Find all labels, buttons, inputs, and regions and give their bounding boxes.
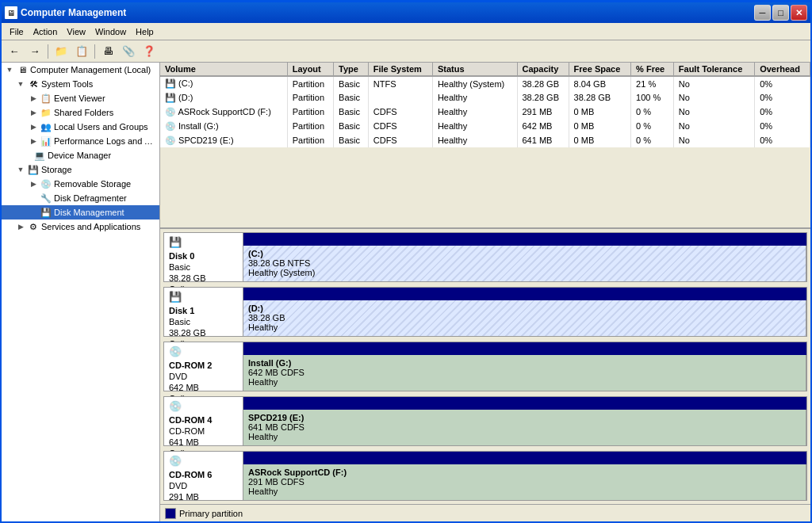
col-pctfree[interactable]: % Free: [631, 63, 674, 76]
device-manager-icon: 💻: [33, 149, 46, 162]
expand-icon-perf-logs: ▶: [27, 135, 40, 147]
partition-name: (C:): [248, 249, 801, 258]
legend-primary-color: [165, 508, 176, 519]
cell-pctfree: 0 %: [631, 133, 674, 147]
table-row[interactable]: 💿 Install (G:) Partition Basic CDFS Heal…: [160, 119, 810, 133]
menu-action[interactable]: Action: [29, 25, 63, 38]
col-type[interactable]: Type: [334, 63, 369, 76]
partition-area: (C:) 38.28 GB NTFS Healthy (System): [243, 246, 806, 281]
sidebar-item-disk-management[interactable]: 💾 Disk Management: [2, 205, 159, 220]
col-overhead[interactable]: Overhead: [755, 63, 810, 76]
sidebar-item-root[interactable]: ▼ 🖥 Computer Management (Local): [2, 63, 159, 77]
sidebar-item-device-manager[interactable]: 💻 Device Manager: [2, 148, 159, 162]
col-status[interactable]: Status: [432, 63, 517, 76]
disk-size: 38.28 GB: [169, 328, 238, 338]
cell-status: Healthy (System): [432, 76, 517, 90]
disk-entry[interactable]: 💿 CD-ROM 2 DVD 642 MB Online Install (G:…: [163, 342, 807, 391]
removable-storage-label: Removable Storage: [54, 179, 131, 189]
menu-window[interactable]: Window: [90, 25, 131, 38]
sidebar-item-system-tools[interactable]: ▼ 🛠 System Tools: [2, 77, 159, 91]
up-button[interactable]: 📁: [52, 43, 71, 60]
col-capacity[interactable]: Capacity: [517, 63, 569, 76]
disk-view: 💾 Disk 0 Basic 38.28 GB Online (C:) 38.2…: [160, 229, 810, 504]
cell-status: Healthy: [432, 105, 517, 119]
sidebar-item-local-users[interactable]: ▶ 👥 Local Users and Groups: [2, 120, 159, 134]
cell-fault: No: [673, 90, 754, 105]
disk-size: 641 MB: [169, 437, 238, 447]
col-filesystem[interactable]: File System: [368, 63, 432, 76]
cell-layout: Partition: [287, 76, 333, 90]
expand-icon-event-viewer: ▶: [27, 92, 40, 105]
export-button[interactable]: 🖶: [98, 43, 117, 60]
col-freespace[interactable]: Free Space: [569, 63, 630, 76]
partition-block[interactable]: (C:) 38.28 GB NTFS Healthy (System): [243, 246, 806, 281]
toolbar-separator-2: [94, 44, 95, 59]
cell-capacity: 291 MB: [517, 105, 569, 119]
expand-icon-system-tools: ▼: [14, 78, 27, 90]
disk-entry[interactable]: 💾 Disk 1 Basic 38.28 GB Online (D:) 38.2…: [163, 287, 807, 337]
disk-id: CD-ROM 2: [169, 361, 238, 370]
disk-partitions: (C:) 38.28 GB NTFS Healthy (System): [243, 233, 806, 281]
disk-type: Basic: [169, 317, 238, 326]
partition-block[interactable]: (D:) 38.28 GB Healthy: [243, 300, 806, 336]
menu-file[interactable]: File: [5, 25, 29, 38]
disk-info: 💿 CD-ROM 4 CD-ROM 641 MB Online: [164, 397, 243, 445]
properties-button[interactable]: 📎: [119, 43, 138, 60]
cell-pctfree: 0 %: [631, 119, 674, 133]
help-button[interactable]: ❓: [140, 43, 159, 60]
maximize-button[interactable]: □: [772, 5, 789, 21]
legend-primary: Primary partition: [165, 508, 243, 519]
minimize-button[interactable]: ─: [754, 5, 771, 21]
forward-button[interactable]: →: [25, 43, 44, 60]
col-layout[interactable]: Layout: [287, 63, 333, 76]
storage-icon: 💾: [27, 163, 40, 176]
storage-label: Storage: [41, 165, 72, 174]
table-row[interactable]: 💾 (D:) Partition Basic Healthy 38.28 GB …: [160, 90, 810, 105]
disk-type: DVD: [169, 481, 238, 491]
sidebar-item-storage[interactable]: ▼ 💾 Storage: [2, 162, 159, 177]
cell-status: Healthy: [432, 133, 517, 147]
menu-view[interactable]: View: [62, 25, 90, 38]
sidebar-item-shared-folders[interactable]: ▶ 📁 Shared Folders: [2, 105, 159, 120]
disk-entry[interactable]: 💿 CD-ROM 4 CD-ROM 641 MB Online SPCD219 …: [163, 396, 807, 446]
expand-icon-defrag: [27, 192, 40, 204]
cell-overhead: 0%: [755, 119, 810, 133]
disk-header-bar: [243, 288, 806, 300]
partition-details: 641 MB CDFS: [248, 422, 801, 432]
show-hide-button[interactable]: 📋: [72, 43, 91, 60]
sidebar-item-event-viewer[interactable]: ▶ 📋 Event Viewer: [2, 91, 159, 105]
sidebar-item-removable-storage[interactable]: ▶ 💿 Removable Storage: [2, 177, 159, 191]
cell-filesystem: NTFS: [368, 76, 432, 90]
cell-overhead: 0%: [755, 105, 810, 119]
partition-status: Healthy: [248, 432, 801, 441]
table-row[interactable]: 💿 SPCD219 (E:) Partition Basic CDFS Heal…: [160, 133, 810, 147]
sidebar-item-defragmenter[interactable]: 🔧 Disk Defragmenter: [2, 191, 159, 205]
partition-block[interactable]: SPCD219 (E:) 641 MB CDFS Healthy: [243, 410, 806, 445]
sidebar-item-services[interactable]: ▶ ⚙ Services and Applications: [2, 220, 159, 234]
services-label: Services and Applications: [41, 222, 140, 231]
partition-status: Healthy: [248, 323, 801, 332]
removable-storage-icon: 💿: [40, 178, 52, 190]
disk-id: CD-ROM 6: [169, 470, 238, 479]
cell-freespace: 0 MB: [569, 105, 630, 119]
partition-block[interactable]: Install (G:) 642 MB CDFS Healthy: [243, 355, 806, 391]
cell-filesystem: CDFS: [368, 119, 432, 133]
sidebar-item-perf-logs[interactable]: ▶ 📊 Performance Logs and Alerts: [2, 134, 159, 148]
partition-status: Healthy: [248, 377, 801, 387]
shared-folders-label: Shared Folders: [54, 108, 113, 117]
volume-table: Volume Layout Type File System Status Ca…: [160, 63, 810, 147]
disk-partitions: (D:) 38.28 GB Healthy: [243, 288, 806, 336]
perf-logs-icon: 📊: [40, 135, 52, 147]
table-row[interactable]: 💾 (C:) Partition Basic NTFS Healthy (Sys…: [160, 76, 810, 90]
services-icon: ⚙: [27, 220, 40, 233]
back-button[interactable]: ←: [5, 43, 24, 60]
col-volume[interactable]: Volume: [160, 63, 287, 76]
table-row[interactable]: 💿 ASRock SupportCD (F:) Partition Basic …: [160, 105, 810, 119]
col-fault[interactable]: Fault Tolerance: [673, 63, 754, 76]
partition-status: Healthy (System): [248, 268, 801, 277]
disk-entry[interactable]: 💾 Disk 0 Basic 38.28 GB Online (C:) 38.2…: [163, 232, 807, 282]
disk-entry[interactable]: 💿 CD-ROM 6 DVD 291 MB Online ASRock Supp…: [163, 451, 807, 501]
close-button[interactable]: ✕: [791, 5, 807, 21]
partition-block[interactable]: ASRock SupportCD (F:) 291 MB CDFS Health…: [243, 464, 806, 500]
menu-help[interactable]: Help: [131, 25, 159, 38]
